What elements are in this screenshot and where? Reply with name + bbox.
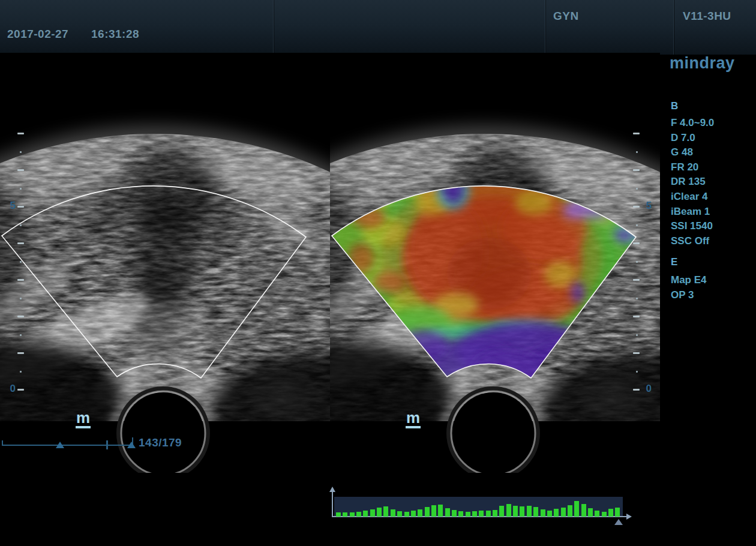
b-param-1: D 7.0 xyxy=(671,132,695,144)
orientation-marker-left: m xyxy=(76,410,91,428)
histogram-bar xyxy=(466,512,470,517)
histogram-bar xyxy=(350,512,355,517)
cine-position-handle[interactable] xyxy=(106,440,108,449)
histogram-bar xyxy=(506,504,511,517)
histogram-bar xyxy=(533,507,538,517)
histogram-bar xyxy=(452,510,457,517)
b-mode-section-header: B xyxy=(671,100,678,112)
b-param-3: FR 20 xyxy=(671,161,698,173)
depth-tick xyxy=(633,242,640,244)
histogram-y-arrow-icon xyxy=(329,487,335,492)
histogram-bar xyxy=(568,505,572,517)
b-param-2: G 48 xyxy=(671,146,693,158)
depth-label: 5 xyxy=(6,200,16,212)
orientation-marker-right: m xyxy=(406,410,421,428)
depth-tick xyxy=(17,242,24,244)
depth-subtick xyxy=(20,261,22,263)
histogram-x-arrow-icon xyxy=(626,514,632,520)
mindray-logo: mindray xyxy=(670,54,735,73)
cine-mark-triangle[interactable] xyxy=(56,442,64,448)
histogram-bar xyxy=(574,501,579,517)
b-param-7: SSI 1540 xyxy=(671,220,713,232)
histogram-bar xyxy=(486,511,491,517)
b-param-5: iClear 4 xyxy=(671,191,707,203)
histogram-bar xyxy=(520,506,524,517)
histogram-bar xyxy=(377,508,382,517)
exam-date: 2017-02-27 xyxy=(7,28,68,41)
ultrasound-screen: 2017-02-27 16:31:28 GYN V11-3HU mindray … xyxy=(0,0,756,546)
depth-tick xyxy=(17,133,24,134)
histogram-bar xyxy=(547,511,552,517)
histogram-bar xyxy=(458,511,463,517)
histogram-bar xyxy=(418,509,422,517)
depth-tick xyxy=(17,316,24,317)
depth-tick xyxy=(633,389,640,391)
transducer-label: V11-3HU xyxy=(683,10,731,23)
histogram-bar xyxy=(370,509,375,517)
histogram-bar xyxy=(404,512,409,517)
depth-tick xyxy=(17,206,24,208)
histogram-bar xyxy=(411,511,416,517)
depth-tick xyxy=(633,316,640,317)
histogram-position-marker[interactable] xyxy=(614,519,623,525)
histogram-bar xyxy=(581,504,586,517)
depth-tick xyxy=(17,169,24,171)
exam-mode-label: GYN xyxy=(553,10,579,23)
histogram-bar xyxy=(472,511,477,517)
depth-tick xyxy=(17,389,24,391)
depth-tick xyxy=(633,133,640,134)
depth-subtick xyxy=(20,188,22,190)
depth-label: 0 xyxy=(6,383,16,395)
topbar-divider xyxy=(673,0,674,55)
topbar-divider xyxy=(545,0,545,55)
top-status-bar: 2017-02-27 16:31:28 GYN V11-3HU xyxy=(0,0,756,55)
histogram-bar xyxy=(493,510,497,517)
histogram-bar xyxy=(438,505,443,517)
depth-label: 0 xyxy=(642,383,652,395)
histogram-bar xyxy=(602,512,607,517)
histogram-bar xyxy=(561,508,566,517)
histogram-bar xyxy=(615,508,620,517)
depth-subtick xyxy=(20,334,22,336)
histogram-bar xyxy=(608,509,613,517)
histogram-bar xyxy=(343,512,347,517)
depth-subtick xyxy=(20,224,22,226)
depth-subtick xyxy=(636,224,638,226)
b-param-6: iBeam 1 xyxy=(671,206,710,218)
cine-end-triangle[interactable] xyxy=(127,442,136,448)
depth-tick xyxy=(633,169,640,171)
histogram-bar xyxy=(425,507,430,517)
depth-tick xyxy=(633,352,640,354)
e-param-1: OP 3 xyxy=(671,289,694,301)
histogram-bar xyxy=(479,511,484,517)
histogram-bar xyxy=(595,511,599,517)
depth-tick xyxy=(633,279,640,281)
histogram-bar xyxy=(431,505,436,517)
depth-subtick xyxy=(636,298,638,299)
histogram-bar xyxy=(397,511,402,517)
histogram-bar xyxy=(383,506,388,517)
histogram-bar xyxy=(527,506,532,517)
histogram-bar xyxy=(336,512,341,517)
depth-tick xyxy=(633,206,640,208)
histogram-bar xyxy=(391,509,395,517)
histogram-bar xyxy=(363,511,368,517)
depth-tick xyxy=(17,279,24,281)
histogram-bar xyxy=(513,506,518,517)
cine-track[interactable] xyxy=(2,445,133,446)
histogram-bar xyxy=(588,508,593,517)
ultrasound-dual-image xyxy=(0,53,660,473)
exam-time: 16:31:28 xyxy=(91,28,139,41)
cine-start-tick xyxy=(2,440,3,446)
histogram-y-axis xyxy=(332,491,333,517)
depth-subtick xyxy=(636,188,638,190)
depth-subtick xyxy=(636,151,638,153)
depth-subtick xyxy=(636,371,638,373)
depth-subtick xyxy=(636,261,638,263)
b-param-0: F 4.0~9.0 xyxy=(671,117,714,129)
b-param-8: SSC Off xyxy=(671,235,709,247)
histogram-bar xyxy=(541,509,545,517)
depth-subtick xyxy=(20,151,22,153)
cine-frame-counter: 143/179 xyxy=(139,436,182,449)
depth-subtick xyxy=(20,298,22,299)
